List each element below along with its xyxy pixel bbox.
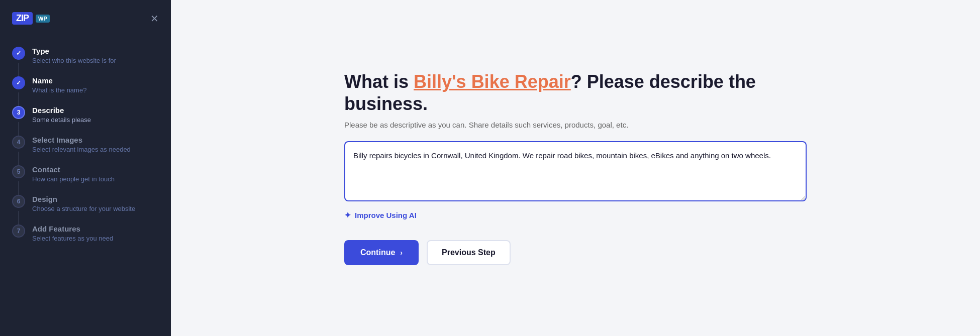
business-name: Billy's Bike Repair: [414, 71, 571, 92]
continue-label: Continue: [360, 248, 395, 257]
previous-step-button[interactable]: Previous Step: [427, 240, 511, 265]
step-desc-select-images: Select relevant images as needed: [32, 146, 131, 153]
step-indicator-type: ✓: [12, 47, 25, 60]
step-content-add-features: Add Features Select features as you need: [32, 225, 113, 242]
step-indicator-name: ✓: [12, 76, 25, 89]
sidebar-item-type[interactable]: ✓ Type Select who this website is for: [0, 41, 171, 70]
step-desc-contact: How can people get in touch: [32, 175, 115, 183]
step-content-name: Name What is the name?: [32, 76, 86, 94]
sidebar-item-name[interactable]: ✓ Name What is the name?: [0, 70, 171, 100]
step-content-select-images: Select Images Select relevant images as …: [32, 136, 131, 153]
step-title-type: Type: [32, 47, 116, 55]
step-content-describe: Describe Some details please: [32, 106, 91, 124]
ai-icon: ✦: [344, 210, 351, 220]
step-content-design: Design Choose a structure for your websi…: [32, 195, 135, 212]
step-content-contact: Contact How can people get in touch: [32, 165, 115, 183]
step-desc-name: What is the name?: [32, 86, 86, 94]
chevron-right-icon: ›: [400, 249, 403, 257]
step-title-select-images: Select Images: [32, 136, 131, 144]
logo: ZIP WP: [12, 12, 50, 25]
improve-ai-label: Improve Using AI: [355, 211, 417, 219]
step-indicator-select-images: 4: [12, 136, 25, 149]
step-title-design: Design: [32, 195, 135, 203]
sidebar-item-add-features[interactable]: 7 Add Features Select features as you ne…: [0, 218, 171, 248]
step-desc-type: Select who this website is for: [32, 57, 116, 64]
logo-wp: WP: [36, 15, 50, 23]
sidebar-item-contact[interactable]: 5 Contact How can people get in touch: [0, 159, 171, 189]
step-indicator-describe: 3: [12, 106, 25, 119]
sidebar: ZIP WP ✕ ✓ Type Select who this website …: [0, 0, 171, 336]
step-desc-add-features: Select features as you need: [32, 235, 113, 242]
step-indicator-contact: 5: [12, 165, 25, 178]
step-indicator-add-features: 7: [12, 225, 25, 238]
step-title-contact: Contact: [32, 165, 115, 174]
page-subtitle: Please be as descriptive as you can. Sha…: [344, 121, 807, 129]
sidebar-item-select-images[interactable]: 4 Select Images Select relevant images a…: [0, 130, 171, 159]
sidebar-item-design[interactable]: 6 Design Choose a structure for your web…: [0, 189, 171, 218]
step-content-type: Type Select who this website is for: [32, 47, 116, 64]
step-title-add-features: Add Features: [32, 225, 113, 233]
logo-zip: ZIP: [12, 12, 33, 25]
sidebar-steps: ✓ Type Select who this website is for ✓ …: [0, 37, 171, 252]
close-button[interactable]: ✕: [150, 14, 159, 24]
step-title-name: Name: [32, 76, 86, 85]
main-inner: What is Billy's Bike Repair? Please desc…: [344, 71, 807, 265]
sidebar-header: ZIP WP ✕: [0, 12, 171, 37]
sidebar-item-describe[interactable]: 3 Describe Some details please: [0, 100, 171, 130]
step-indicator-design: 6: [12, 195, 25, 208]
step-desc-design: Choose a structure for your website: [32, 205, 135, 212]
improve-ai-button[interactable]: ✦ Improve Using AI: [344, 210, 417, 220]
main-content: What is Billy's Bike Repair? Please desc…: [171, 0, 980, 336]
description-textarea[interactable]: [344, 141, 807, 201]
prev-label: Previous Step: [442, 248, 496, 257]
step-desc-describe: Some details please: [32, 116, 91, 124]
step-title-describe: Describe: [32, 106, 91, 115]
continue-button[interactable]: Continue ›: [344, 240, 419, 265]
title-prefix: What is: [344, 71, 414, 92]
page-title: What is Billy's Bike Repair? Please desc…: [344, 71, 807, 114]
actions-bar: Continue › Previous Step: [344, 240, 807, 265]
